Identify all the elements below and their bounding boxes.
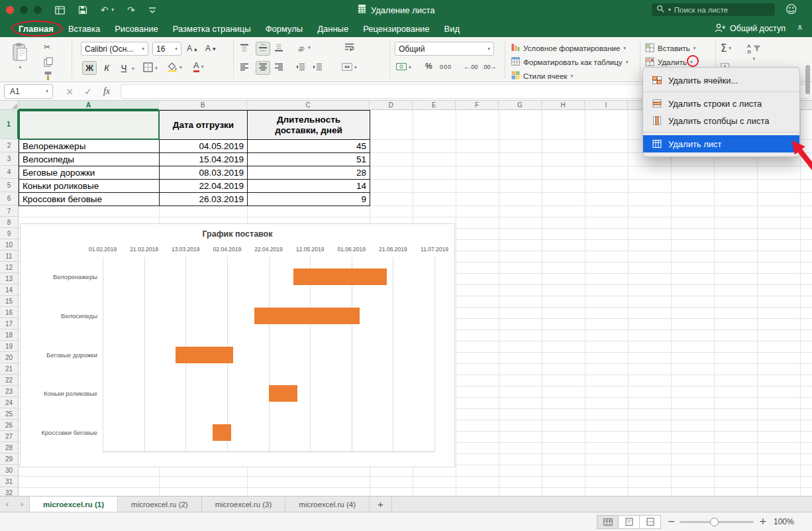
- cell-B4[interactable]: 08.03.2019: [159, 166, 248, 180]
- align-bottom-button[interactable]: [274, 44, 283, 53]
- column-header-I[interactable]: I: [585, 101, 628, 110]
- gantt-chart[interactable]: График поставок 01.02.201921.02.201913.0…: [20, 223, 455, 467]
- menu-item-2[interactable]: Удалить строки с листа: [643, 95, 799, 112]
- cell-C2[interactable]: 45: [247, 139, 370, 153]
- row-header-30[interactable]: 30: [0, 465, 19, 476]
- fill-color-button[interactable]: ▾: [167, 62, 182, 73]
- cell-A5[interactable]: Коньки роликовые: [19, 179, 160, 193]
- wrap-text-button[interactable]: [344, 43, 354, 52]
- cell-C3[interactable]: 51: [247, 152, 370, 166]
- chart-bar[interactable]: [176, 347, 234, 363]
- decrease-indent-button[interactable]: [295, 63, 305, 72]
- column-header-B[interactable]: B: [159, 101, 247, 110]
- chart-bar[interactable]: [293, 268, 387, 285]
- increase-decimal-button[interactable]: ←.00: [464, 64, 478, 70]
- column-header-N[interactable]: N: [800, 101, 812, 110]
- font-color-button[interactable]: А▾: [193, 61, 203, 72]
- row-header-15[interactable]: 15: [0, 296, 19, 307]
- sheet-tab-3[interactable]: microexcel.ru (3): [202, 497, 286, 512]
- sheet-tab-4[interactable]: microexcel.ru (4): [285, 497, 370, 512]
- chart-bar[interactable]: [254, 308, 360, 324]
- row-header-25[interactable]: 25: [0, 408, 19, 420]
- ribbon-tab-8[interactable]: Вид: [444, 24, 460, 34]
- cell-C6[interactable]: 9: [247, 192, 370, 206]
- align-center-button[interactable]: [256, 61, 270, 75]
- row-header-13[interactable]: 13: [0, 273, 19, 284]
- align-right-button[interactable]: [274, 63, 283, 72]
- column-header-D[interactable]: D: [370, 101, 413, 110]
- insert-function-icon[interactable]: fx: [103, 86, 110, 97]
- ribbon-tab-3[interactable]: Рисование: [115, 24, 158, 34]
- cell-A4[interactable]: Беговые дорожки: [19, 166, 160, 180]
- sheet-tab-2[interactable]: microexcel.ru (2): [118, 497, 202, 512]
- row-header-6[interactable]: 6: [0, 192, 19, 206]
- undo-button[interactable]: ↶ ▾: [101, 5, 114, 15]
- conditional-formatting-button[interactable]: Условное форматирование ▾: [511, 42, 626, 54]
- menu-item-4[interactable]: Удалить лист: [643, 135, 799, 152]
- sort-filter-button[interactable]: А Я ▾: [747, 44, 761, 61]
- redo-button[interactable]: ↷: [127, 5, 135, 15]
- cell-C1[interactable]: Длительность доставки, дней: [247, 110, 370, 140]
- row-header-7[interactable]: 7: [0, 206, 19, 217]
- decrease-decimal-button[interactable]: .00→: [482, 64, 497, 70]
- row-header-22[interactable]: 22: [0, 375, 19, 386]
- row-header-2[interactable]: 2: [0, 139, 19, 152]
- cell-A1[interactable]: [19, 110, 160, 140]
- italic-button[interactable]: К: [99, 61, 114, 75]
- chart-bar[interactable]: [269, 385, 298, 402]
- row-header-20[interactable]: 20: [0, 352, 19, 363]
- column-header-A[interactable]: A: [19, 101, 159, 110]
- view-normal-button[interactable]: [597, 515, 619, 529]
- format-painter-button[interactable]: [44, 71, 52, 82]
- column-header-F[interactable]: F: [456, 101, 499, 110]
- collapse-ribbon-icon[interactable]: ∧: [797, 23, 803, 32]
- menu-item-1[interactable]: Удалить ячейки...: [643, 72, 799, 89]
- chart-bar[interactable]: [213, 424, 231, 441]
- align-top-button[interactable]: [240, 44, 249, 53]
- column-header-G[interactable]: G: [499, 101, 542, 110]
- share-button[interactable]: Общий доступ: [715, 20, 786, 37]
- align-middle-button[interactable]: [256, 42, 270, 56]
- cell-A2[interactable]: Велоренажеры: [19, 139, 160, 153]
- merge-center-button[interactable]: ▾: [342, 63, 357, 72]
- row-header-23[interactable]: 23: [0, 386, 19, 397]
- name-box[interactable]: A1 ▾: [4, 84, 53, 99]
- menu-item-3[interactable]: Удалить столбцы с листа: [643, 112, 799, 129]
- currency-format-button[interactable]: ▾: [396, 63, 411, 72]
- percent-format-button[interactable]: %: [425, 62, 432, 71]
- cancel-entry-icon[interactable]: ×: [62, 84, 77, 99]
- row-header-28[interactable]: 28: [0, 442, 19, 453]
- row-header-5[interactable]: 5: [0, 179, 19, 192]
- select-all-button[interactable]: [0, 101, 19, 110]
- row-header-31[interactable]: 31: [0, 476, 19, 487]
- zoom-out-icon[interactable]: −: [668, 516, 676, 526]
- row-header-8[interactable]: 8: [0, 217, 19, 228]
- thousands-format-button[interactable]: 000: [440, 64, 452, 70]
- row-header-21[interactable]: 21: [0, 363, 19, 375]
- row-header-16[interactable]: 16: [0, 307, 19, 318]
- ribbon-tab-2[interactable]: Вставка: [68, 24, 100, 34]
- cell-B1[interactable]: Дата отгрузки: [159, 110, 248, 140]
- window-grid-icon[interactable]: [55, 6, 65, 15]
- ribbon-tab-4[interactable]: Разметка страницы: [173, 24, 251, 34]
- prev-sheet-icon[interactable]: ‹: [0, 497, 15, 512]
- chevron-down-icon[interactable]: ▾: [132, 66, 134, 72]
- cell-A6[interactable]: Кроссовки беговые: [19, 192, 160, 206]
- view-page-layout-button[interactable]: [618, 515, 640, 529]
- row-header-17[interactable]: 17: [0, 318, 19, 329]
- underline-button[interactable]: Ч: [117, 61, 131, 75]
- column-header-H[interactable]: H: [542, 101, 585, 110]
- save-icon[interactable]: [78, 5, 87, 15]
- row-header-32[interactable]: 32: [0, 487, 19, 496]
- row-header-29[interactable]: 29: [0, 453, 19, 465]
- grow-font-button[interactable]: А▲: [187, 44, 197, 53]
- orientation-button[interactable]: ab▾: [295, 42, 311, 53]
- insert-cells-button[interactable]: Вставить ▾: [645, 42, 696, 54]
- column-header-C[interactable]: C: [247, 101, 370, 110]
- zoom-slider-thumb[interactable]: [710, 518, 719, 526]
- zoom-slider[interactable]: [680, 521, 754, 523]
- row-header-4[interactable]: 4: [0, 166, 19, 179]
- bold-button[interactable]: Ж: [82, 61, 97, 75]
- cell-B5[interactable]: 22.04.2019: [159, 179, 248, 193]
- column-header-E[interactable]: E: [413, 101, 456, 110]
